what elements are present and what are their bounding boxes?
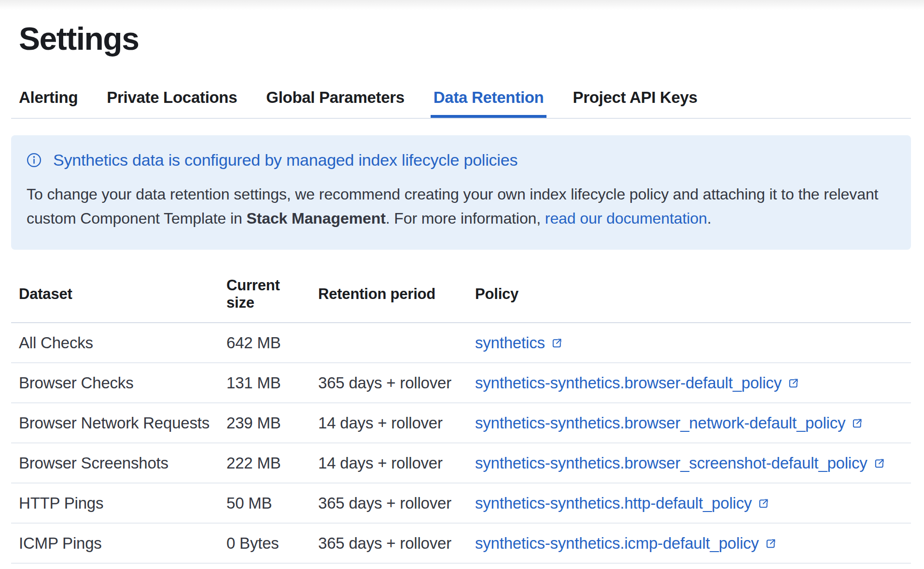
policy-link[interactable]: synthetics-synthetics.icmp-default_polic… [475, 534, 777, 553]
table-row: All Checks 642 MB synthetics [11, 323, 911, 363]
policy-link-label: synthetics-synthetics.browser_network-de… [475, 414, 845, 432]
data-retention-callout: Synthetics data is configured by managed… [11, 135, 911, 250]
callout-body: To change your data retention settings, … [27, 182, 895, 230]
current-size-cell: 50 MB [219, 484, 310, 523]
external-link-icon [551, 337, 563, 349]
policy-cell: synthetics-synthetics.browser_network-de… [467, 403, 911, 442]
table-body: All Checks 642 MB synthetics Browser Che… [11, 323, 911, 569]
callout-title: Synthetics data is configured by managed… [53, 151, 518, 170]
policy-link[interactable]: synthetics-synthetics.browser_network-de… [475, 414, 863, 432]
tab-private-locations[interactable]: Private Locations [104, 88, 240, 118]
dataset-cell: All Checks [11, 323, 219, 362]
policy-cell: synthetics-synthetics.icmp-default_polic… [467, 524, 911, 563]
retention-period-cell: 365 days + rollover [310, 564, 467, 569]
current-size-cell: 239 MB [219, 403, 310, 442]
column-header: Dataset [11, 278, 219, 313]
data-retention-table: Dataset Current size Retention period Po… [11, 269, 911, 569]
tab-alerting[interactable]: Alerting [16, 88, 81, 118]
current-size-cell: 642 MB [219, 323, 310, 362]
dataset-cell: Browser Screenshots [11, 443, 219, 483]
column-header: Current size [219, 269, 310, 322]
current-size-cell: 131 MB [219, 363, 310, 402]
dataset-cell: TCP Pings [11, 564, 219, 569]
callout-header: Synthetics data is configured by managed… [27, 151, 895, 170]
current-size-cell: 222 MB [219, 443, 310, 483]
tab-global-parameters[interactable]: Global Parameters [263, 88, 407, 118]
table-row: Browser Screenshots 222 MB 14 days + rol… [11, 443, 911, 484]
current-size-cell: 0 Bytes [219, 524, 310, 563]
tab-label: Alerting [19, 88, 78, 106]
retention-period-cell: 365 days + rollover [310, 484, 467, 523]
policy-link-label: synthetics-synthetics.browser-default_po… [475, 374, 782, 392]
retention-period-cell: 365 days + rollover [310, 524, 467, 563]
retention-period-cell: 14 days + rollover [310, 443, 467, 483]
retention-period-cell [310, 323, 467, 362]
external-link-icon [765, 538, 777, 550]
settings-tab-bar: Alerting Private Locations Global Parame… [11, 88, 911, 119]
policy-link-label: synthetics-synthetics.browser_screenshot… [475, 454, 868, 472]
policy-link[interactable]: synthetics [475, 334, 563, 352]
policy-cell: synthetics-synthetics.browser_screenshot… [467, 443, 911, 483]
policy-cell: synthetics-synthetics.browser-default_po… [467, 363, 911, 402]
external-link-icon [757, 498, 770, 510]
callout-body-mid: . For more information, [386, 210, 545, 227]
policy-cell: synthetics [467, 323, 911, 362]
tab-label: Data Retention [434, 88, 544, 106]
dataset-cell: Browser Network Requests [11, 403, 219, 442]
callout-body-end: . [707, 210, 712, 227]
settings-page: Settings Alerting Private Locations Glob… [11, 20, 911, 569]
policy-cell: synthetics-synthetics.http-default_polic… [467, 484, 911, 523]
callout-body-bold: Stack Management [246, 210, 385, 227]
external-link-icon [851, 417, 863, 429]
page-title: Settings [19, 20, 911, 57]
info-in-circle-icon [27, 153, 42, 168]
dataset-cell: Browser Checks [11, 363, 219, 402]
policy-cell: synthetics-synthetics.tcp-default_policy [467, 564, 911, 569]
read-documentation-link[interactable]: read our documentation [545, 210, 707, 227]
column-header: Policy [467, 278, 911, 313]
tab-label: Global Parameters [266, 88, 405, 106]
external-link-icon [787, 377, 799, 389]
policy-link-label: synthetics-synthetics.http-default_polic… [475, 494, 752, 512]
table-row: ICMP Pings 0 Bytes 365 days + rollover s… [11, 524, 911, 564]
table-row: TCP Pings 0 Bytes 365 days + rollover sy… [11, 564, 911, 569]
dataset-cell: HTTP Pings [11, 484, 219, 523]
table-row: HTTP Pings 50 MB 365 days + rollover syn… [11, 484, 911, 524]
policy-link-label: synthetics-synthetics.icmp-default_polic… [475, 534, 759, 553]
column-header: Retention period [310, 278, 467, 313]
tab-project-api-keys[interactable]: Project API Keys [570, 88, 700, 118]
table-row: Browser Checks 131 MB 365 days + rollove… [11, 363, 911, 403]
retention-period-cell: 365 days + rollover [310, 363, 467, 402]
policy-link[interactable]: synthetics-synthetics.browser-default_po… [475, 374, 799, 392]
top-scroll-fade [0, 0, 924, 10]
tab-label: Private Locations [107, 88, 237, 106]
table-row: Browser Network Requests 239 MB 14 days … [11, 403, 911, 443]
retention-period-cell: 14 days + rollover [310, 403, 467, 442]
current-size-cell: 0 Bytes [219, 564, 310, 569]
policy-link[interactable]: synthetics-synthetics.browser_screenshot… [475, 454, 885, 472]
table-header-row: Dataset Current size Retention period Po… [11, 269, 911, 323]
policy-link[interactable]: synthetics-synthetics.http-default_polic… [475, 494, 770, 512]
tab-data-retention[interactable]: Data Retention [431, 88, 547, 118]
dataset-cell: ICMP Pings [11, 524, 219, 563]
policy-link-label: synthetics [475, 334, 545, 352]
external-link-icon [873, 457, 885, 469]
tab-label: Project API Keys [573, 88, 697, 106]
